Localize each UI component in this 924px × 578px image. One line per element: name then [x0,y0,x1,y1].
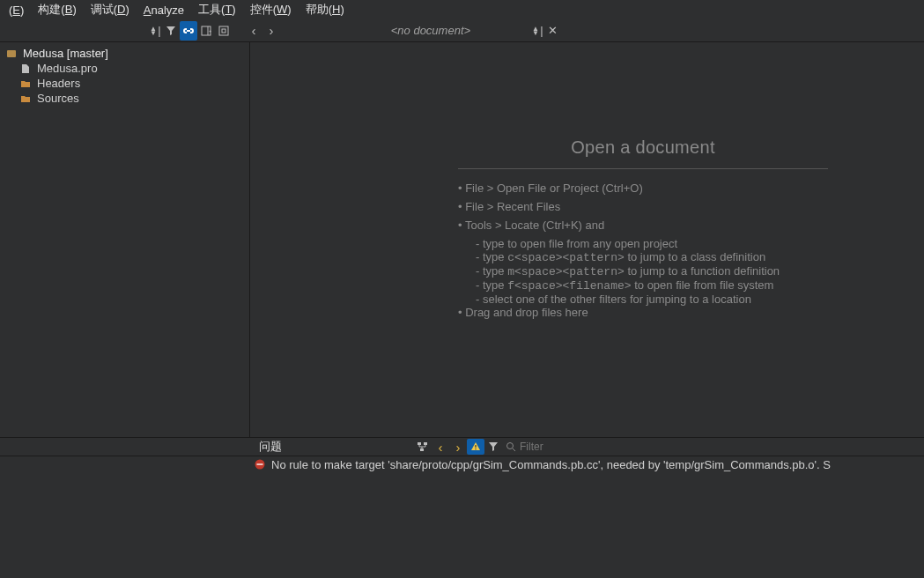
welcome-sub-item: type c<space><pattern> to jump to a clas… [476,250,828,264]
prev-issue-icon[interactable]: ‹ [432,439,449,455]
menu-analyze[interactable]: Analyze [137,2,191,19]
svg-rect-8 [420,448,424,451]
issues-toolbar: 问题 ‹ › [0,437,924,456]
svg-point-11 [507,443,514,449]
svg-rect-14 [257,463,263,464]
svg-rect-9 [475,445,476,448]
menu-help[interactable]: 帮助(H) [299,0,351,19]
close-doc-icon[interactable]: ✕ [544,21,562,41]
svg-rect-7 [424,442,427,445]
project-root-label: Medusa [master] [23,47,108,60]
menu-debug[interactable]: 调试(D) [84,0,137,19]
welcome-item: Tools > Locate (Ctrl+K) and [458,219,828,232]
filter-icon[interactable] [484,439,502,455]
search-icon [502,439,520,455]
issue-message[interactable]: No rule to make target 'share/proto/cpp/… [271,458,831,471]
error-icon [254,458,266,471]
issues-list: No rule to make target 'share/proto/cpp/… [0,456,924,472]
welcome-sub-item: type m<space><pattern> to jump to a func… [476,264,828,278]
tree-item-label: Medusa.pro [37,62,98,75]
svg-rect-10 [475,448,476,449]
filter-icon[interactable] [162,21,180,41]
welcome-panel: Open a document File > Open File or Proj… [458,137,828,324]
project-icon [5,48,18,60]
next-issue-icon[interactable]: › [449,439,467,455]
tree-item-headers[interactable]: Headers [5,76,244,91]
nav-forward-icon[interactable]: › [262,21,280,41]
svg-rect-4 [222,29,225,33]
welcome-item: Drag and drop files here [458,306,828,319]
svg-rect-6 [418,442,421,445]
project-root[interactable]: Medusa [master] [5,46,244,61]
warning-filter-icon[interactable] [467,439,484,455]
menu-build[interactable]: 构建(B) [31,0,83,19]
issues-tab[interactable]: 问题 [250,439,291,455]
menu-edit-suffix[interactable]: (E) [2,2,31,19]
editor-area[interactable]: Open a document File > Open File or Proj… [250,42,924,437]
issues-empty-area [0,472,924,578]
tree-view-icon[interactable] [414,439,432,455]
split-right-icon[interactable]: + [197,21,215,41]
tree-item-sources[interactable]: Sources [5,91,244,106]
svg-line-12 [513,448,515,451]
tree-item-label: Headers [37,77,80,90]
tree-item-label: Sources [37,92,79,105]
main-split: Medusa [master] Medusa.pro Headers Sourc… [0,42,924,437]
welcome-sub-item: type to open file from any open project [476,237,828,250]
menubar: (E) 构建(B) 调试(D) Analyze 工具(T) 控件(W) 帮助(H… [0,0,924,19]
welcome-item: File > Recent Files [458,200,828,213]
welcome-item: File > Open File or Project (Ctrl+O) [458,182,828,195]
svg-text:+: + [209,28,211,33]
maximize-icon[interactable] [215,21,233,41]
welcome-title: Open a document [458,137,828,158]
editor-toolbar: ▲▼ | + ‹ › <no document> ▲▼ | ✕ [0,19,924,42]
svg-rect-3 [219,26,228,35]
folder-icon [19,93,32,105]
document-selector[interactable]: <no document> [329,24,532,37]
folder-icon [19,78,32,90]
updown-icon[interactable]: ▲▼ [150,26,157,35]
divider [458,168,828,169]
svg-rect-5 [7,50,16,57]
tree-item-pro[interactable]: Medusa.pro [5,61,244,76]
menu-tools[interactable]: 工具(T) [191,0,243,19]
file-icon [19,63,32,75]
nav-back-icon[interactable]: ‹ [245,21,262,41]
welcome-sub-item: type f<space><filename> to open file fro… [476,278,828,293]
menu-widgets[interactable]: 控件(W) [243,0,299,19]
project-sidebar: Medusa [master] Medusa.pro Headers Sourc… [0,42,250,437]
welcome-sub-item: select one of the other filters for jump… [476,293,828,306]
issues-filter-input[interactable] [520,441,696,453]
doc-updown-icon[interactable]: ▲▼ [532,26,539,35]
link-icon[interactable] [180,21,197,41]
